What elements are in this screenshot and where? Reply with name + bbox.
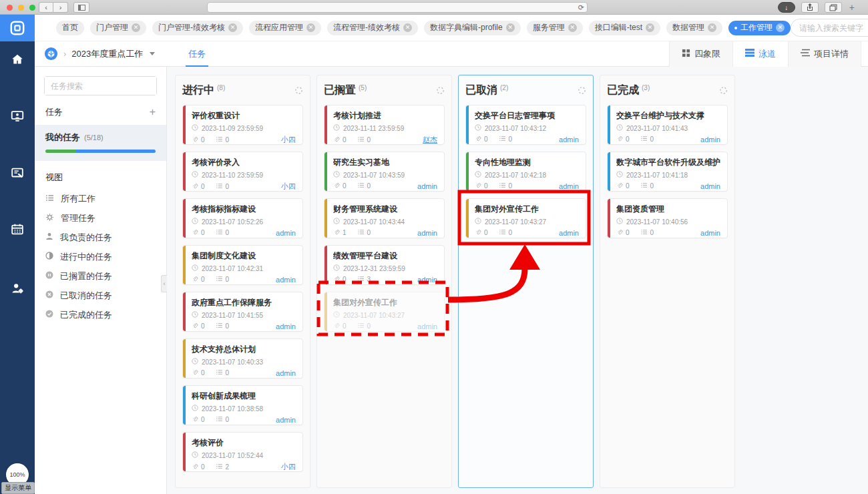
refresh-icon[interactable]	[294, 86, 303, 95]
assignee-link[interactable]: 小四	[281, 135, 296, 145]
task-card[interactable]: 考核评价录入2023-11-10 23:59:5900小四	[182, 152, 303, 192]
tab-chip[interactable]: 数据管理✕	[666, 21, 722, 35]
refresh-icon[interactable]	[436, 86, 445, 95]
tabs-overview-button[interactable]	[825, 2, 842, 13]
task-card[interactable]: 集团制度文化建设2023-11-07 10:42:3100admin	[182, 245, 303, 285]
assignee-link[interactable]: admin	[276, 322, 296, 330]
view-mode-四象限[interactable]: 四象限	[669, 41, 732, 67]
browser-back-button[interactable]: ‹	[39, 2, 53, 13]
task-card[interactable]: 集团对外宣传工作2023-11-07 10:43:2700admin	[324, 292, 445, 332]
tab-chip[interactable]: 首页	[56, 21, 84, 35]
close-icon[interactable]: ✕	[776, 23, 785, 32]
browser-sidebar-toggle[interactable]	[73, 2, 89, 13]
zoom-window-button[interactable]	[29, 5, 35, 11]
sidebar-view-item[interactable]: 已取消的任务	[35, 286, 166, 305]
close-icon[interactable]: ✕	[403, 23, 412, 32]
tab-chip[interactable]: 流程应用管理✕	[249, 21, 321, 35]
task-card[interactable]: 集团资质管理2023-11-07 10:40:5600admin	[607, 198, 728, 238]
project-icon[interactable]	[44, 47, 58, 61]
sidebar-view-item[interactable]: 所有工作	[35, 189, 166, 208]
tab-chip[interactable]: 门户管理-绩效考核✕	[152, 21, 243, 35]
add-task-button[interactable]: +	[150, 106, 156, 118]
assignee-link[interactable]: admin	[417, 182, 437, 190]
close-icon[interactable]: ✕	[228, 23, 237, 32]
task-card[interactable]: 绩效管理平台建设2023-12-31 23:59:5903admin	[324, 245, 445, 285]
tab-chip[interactable]: 门户管理✕	[90, 21, 146, 35]
app-logo[interactable]	[0, 15, 35, 41]
task-card[interactable]: 评价权重设计2023-11-09 23:59:5900小四	[182, 105, 303, 145]
home-icon[interactable]	[0, 49, 35, 69]
assignee-link[interactable]: 赵杰	[423, 135, 437, 145]
task-search-input[interactable]	[45, 77, 156, 95]
meeting-icon[interactable]	[0, 106, 35, 126]
close-window-button[interactable]	[7, 5, 13, 11]
close-icon[interactable]: ✕	[708, 23, 716, 32]
share-button[interactable]	[801, 2, 819, 13]
task-card[interactable]: 交换平台日志管理事项2023-11-07 10:43:1200admin	[465, 105, 586, 145]
task-card[interactable]: 交换平台维护与技术支撑2023-11-07 10:41:4300admin	[607, 105, 728, 145]
task-time-text: 2023-11-11 23:59:59	[343, 125, 404, 132]
close-icon[interactable]: ✕	[306, 23, 315, 32]
task-card[interactable]: 集团对外宣传工作2023-11-07 10:43:2700admin	[465, 198, 586, 238]
sidebar-view-item[interactable]: 已搁置的任务	[35, 266, 166, 286]
view-mode-泳道[interactable]: 泳道	[732, 41, 788, 67]
assignee-link[interactable]: admin	[417, 322, 437, 330]
assignee-link[interactable]: admin	[276, 369, 296, 377]
close-icon[interactable]: ✕	[646, 23, 654, 32]
tab-chip[interactable]: 服务管理✕	[527, 21, 583, 35]
close-icon[interactable]: ✕	[506, 23, 515, 32]
calendar-icon[interactable]	[0, 220, 35, 240]
sidebar-view-item[interactable]: 管理任务	[35, 208, 166, 228]
assignee-link[interactable]: 小四	[281, 462, 296, 472]
task-card[interactable]: 专向性地理监测2023-11-07 10:42:1800admin	[465, 152, 586, 192]
assignee-link[interactable]: admin	[559, 136, 579, 144]
task-card[interactable]: 考核评价2023-11-07 10:52:4402小四	[182, 432, 303, 472]
close-icon[interactable]: ✕	[568, 23, 577, 32]
checklist-icon	[499, 182, 506, 190]
my-tasks-item[interactable]: 我的任务 (5/18)	[35, 125, 166, 161]
assignee-link[interactable]: admin	[417, 276, 437, 284]
assignee-link[interactable]: admin	[700, 229, 720, 237]
reload-icon[interactable]: ⟳	[578, 3, 584, 12]
task-card[interactable]: 考核指标指标建设2023-11-07 10:52:2600admin	[182, 198, 303, 238]
assignee-link[interactable]: admin	[700, 136, 720, 144]
task-card[interactable]: 科研创新成果梳理2023-11-07 10:38:5800admin	[182, 385, 303, 425]
refresh-icon[interactable]	[578, 86, 586, 95]
task-card[interactable]: 数字城市平台软件升级及维护2023-11-07 10:41:1800admin	[607, 152, 728, 192]
task-card[interactable]: 考核计划推进2023-11-11 23:59:5900赵杰	[324, 105, 445, 145]
tab-tasks[interactable]: 任务	[186, 41, 208, 67]
browser-forward-button[interactable]: ›	[53, 2, 68, 13]
user-settings-icon[interactable]	[0, 278, 35, 298]
new-tab-button[interactable]: +	[848, 2, 856, 13]
assignee-link[interactable]: admin	[700, 182, 720, 190]
tab-chip-active[interactable]: 工作管理✕	[728, 21, 791, 35]
collapse-panel-handle[interactable]: ‹	[161, 275, 167, 292]
tab-chip[interactable]: 接口编辑-test✕	[589, 21, 660, 35]
sidebar-view-item[interactable]: 进行中的任务	[35, 247, 166, 266]
minimize-window-button[interactable]	[18, 5, 24, 11]
close-icon[interactable]: ✕	[132, 23, 140, 32]
task-card[interactable]: 技术支持总体计划2023-11-07 10:40:3300admin	[182, 338, 303, 379]
task-card[interactable]: 财务管理系统建设2023-11-07 10:43:4410admin	[324, 198, 445, 238]
assignee-link[interactable]: admin	[276, 229, 296, 237]
assignee-link[interactable]: admin	[276, 276, 296, 284]
assignee-link[interactable]: 小四	[281, 182, 296, 192]
project-name-dropdown[interactable]: 2023年度重点工作	[71, 48, 143, 60]
assignee-link[interactable]: admin	[559, 182, 579, 190]
window-controls[interactable]	[7, 5, 35, 11]
assignee-link[interactable]: admin	[417, 229, 437, 237]
downloads-button[interactable]: ↓	[778, 2, 795, 13]
global-search-input[interactable]	[791, 19, 868, 36]
sidebar-view-item[interactable]: 已完成的任务	[35, 305, 166, 324]
journal-icon[interactable]	[0, 163, 35, 183]
task-card[interactable]: 政府重点工作保障服务2023-11-07 10:41:5500admin	[182, 292, 303, 332]
view-mode-项目详情[interactable]: 项目详情	[788, 41, 861, 67]
assignee-link[interactable]: admin	[276, 416, 296, 424]
tab-chip[interactable]: 流程管理-绩效考核✕	[327, 21, 418, 35]
assignee-link[interactable]: admin	[559, 229, 579, 237]
task-card[interactable]: 研究生实习基地2023-11-07 10:43:5900admin	[324, 152, 445, 192]
refresh-icon[interactable]	[719, 86, 728, 95]
sidebar-view-item[interactable]: 我负责的任务	[35, 228, 166, 247]
tab-chip[interactable]: 数据字典编辑-profile✕	[424, 21, 521, 35]
address-bar[interactable]: ⟳	[207, 2, 588, 13]
